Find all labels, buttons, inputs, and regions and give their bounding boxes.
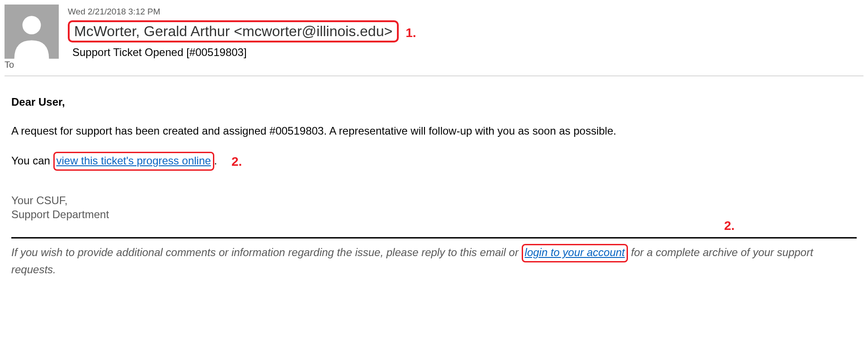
sender-name: McWorter, Gerald Arthur <mcworter@illino…: [74, 23, 392, 39]
link-highlight-box: view this ticket's progress online: [53, 152, 214, 171]
footer-divider: [11, 237, 857, 238]
annotation-2: 2.: [231, 153, 242, 170]
para2-post-text: .: [214, 154, 217, 167]
login-account-link[interactable]: login to your account: [525, 246, 625, 258]
email-container: Wed 2/21/2018 3:12 PM McWorter, Gerald A…: [0, 0, 868, 277]
annotation-1: 1.: [406, 26, 416, 40]
to-label: To: [5, 60, 863, 70]
view-ticket-link[interactable]: view this ticket's progress online: [57, 154, 211, 167]
svg-point-1: [23, 16, 41, 34]
footer-text: If you wish to provide additional commen…: [11, 244, 857, 277]
email-body: Dear User, A request for support has bee…: [5, 94, 863, 277]
annotation-2b: 2.: [724, 219, 735, 233]
avatar-icon: [5, 5, 59, 59]
sender-highlight-box: McWorter, Gerald Arthur <mcworter@illino…: [68, 20, 399, 42]
email-subject: Support Ticket Opened [#00519803]: [72, 46, 863, 59]
body-paragraph-2: You can view this ticket's progress onli…: [11, 152, 857, 171]
para2-pre-text: You can: [11, 154, 53, 167]
email-header: Wed 2/21/2018 3:12 PM McWorter, Gerald A…: [5, 5, 863, 59]
footer-link-highlight-box: login to your account: [522, 244, 628, 262]
greeting: Dear User,: [11, 94, 857, 110]
email-date: Wed 2/21/2018 3:12 PM: [68, 7, 863, 17]
footer-pre-text: If you wish to provide additional commen…: [11, 246, 522, 258]
signature-line-1: Your CSUF,: [11, 193, 857, 207]
header-info: Wed 2/21/2018 3:12 PM McWorter, Gerald A…: [68, 5, 863, 59]
body-paragraph-1: A request for support has been created a…: [11, 123, 857, 139]
header-divider: [5, 75, 863, 76]
